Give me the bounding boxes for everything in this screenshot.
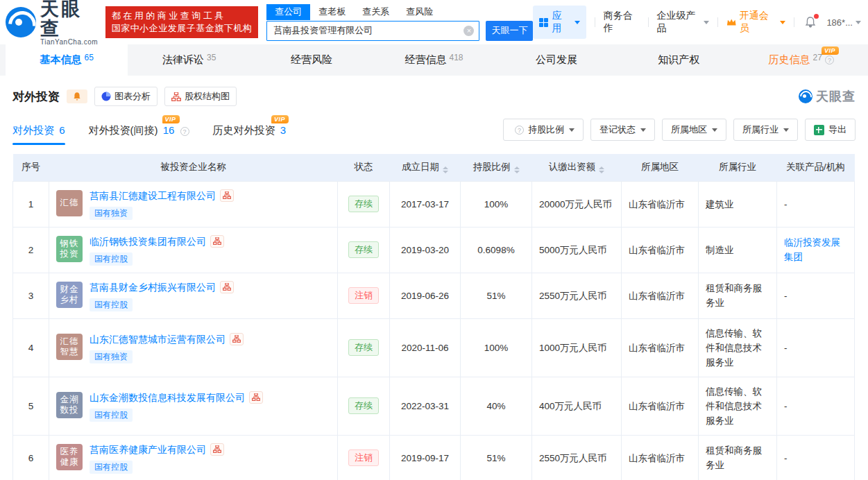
col-establish-date[interactable]: 成立日期	[390, 154, 461, 181]
enterprise-label: 企业级产品	[656, 10, 701, 35]
clear-search-icon[interactable]: ×	[463, 26, 474, 36]
tab-count: 65	[85, 53, 94, 62]
subscribed-capital: 5000万元人民币	[532, 227, 622, 273]
filters: ? 持股比例 登记状态 所属地区 所属行业 导出	[503, 119, 856, 145]
sort-icon[interactable]	[443, 166, 448, 173]
equity-structure-icon[interactable]	[210, 443, 224, 456]
related-product-link[interactable]: 临沂投资发展集团	[784, 237, 840, 262]
monitor-bell-button[interactable]	[67, 89, 87, 103]
related-products: -	[777, 273, 855, 318]
subtab-historical-investment[interactable]: VIP 历史对外投资 3	[213, 124, 287, 145]
top-menu: 应用 商务合作 企业级产品 开通会员 186*...	[533, 6, 861, 39]
equity-structure-icon[interactable]	[230, 333, 244, 345]
equity-structure-icon[interactable]	[220, 281, 234, 293]
tab-operation-risk[interactable]: 经营风险	[250, 44, 373, 76]
open-membership-button[interactable]: 开通会员	[726, 10, 785, 35]
chevron-down-icon	[856, 21, 861, 24]
filter-registration-status[interactable]: 登记状态	[590, 119, 655, 141]
notification-bell-icon[interactable]	[804, 16, 817, 28]
tab-label: 基本信息	[40, 53, 82, 67]
col-index: 序号	[13, 154, 49, 181]
help-icon[interactable]: ?	[180, 127, 189, 136]
filter-label: 所属地区	[671, 123, 707, 136]
tianyancha-watermark: 天眼查	[799, 88, 856, 105]
related-products: -	[777, 377, 855, 435]
apps-menu[interactable]: 应用	[533, 6, 586, 39]
subscribed-capital: 1000万元人民币	[532, 318, 622, 377]
status-badge: 存续	[348, 397, 379, 414]
table-row: 3 财金 乡村 莒南县财金乡村振兴有限公司 国有控股 注销 2019-06-26…	[13, 273, 855, 318]
subtab-outbound-investment[interactable]: 对外投资 6	[12, 124, 65, 145]
notification-dot	[814, 14, 819, 19]
filter-shareholding-ratio[interactable]: ? 持股比例	[503, 119, 584, 141]
tianyancha-logo-icon	[799, 89, 812, 103]
tab-label: 知识产权	[658, 53, 699, 67]
search-tab-relation[interactable]: 查关系	[354, 4, 398, 20]
company-link[interactable]: 莒南县汇德建设工程有限公司	[90, 189, 216, 203]
col-subscribed-capital[interactable]: 认缴出资额	[532, 154, 622, 181]
search-input[interactable]	[266, 21, 479, 41]
ownership-tag: 国有控股	[90, 409, 133, 422]
table-header-row: 序号 被投资企业名称 状态 成立日期 持股比例 认缴出资额 所属地区 所属行业 …	[13, 154, 855, 181]
company-link[interactable]: 山东金潮数投信息科技发展有限公司	[90, 391, 245, 404]
tab-intellectual-property[interactable]: 知识产权	[618, 44, 740, 76]
tab-company-development[interactable]: 公司发展	[495, 44, 618, 76]
establish-date: 2022-03-31	[390, 377, 461, 435]
search-tab-risk[interactable]: 查风险	[398, 4, 441, 20]
search-button[interactable]: 天眼一下	[486, 21, 533, 41]
row-index: 3	[13, 273, 49, 318]
search-tab-boss[interactable]: 查老板	[310, 4, 354, 20]
ownership-tag: 国有独资	[90, 207, 133, 220]
chart-analysis-button[interactable]: 图表分析	[94, 87, 158, 106]
help-icon[interactable]: ?	[825, 55, 834, 65]
sort-icon[interactable]	[514, 166, 520, 173]
tab-business-info[interactable]: 经营信息 418	[373, 44, 495, 76]
region: 山东省临沂市	[622, 181, 699, 227]
col-shareholding-ratio[interactable]: 持股比例	[461, 154, 532, 181]
filter-label: 所属行业	[742, 123, 778, 136]
company-link[interactable]: 山东汇德智慧城市运营有限公司	[90, 332, 225, 346]
tab-label: 公司发展	[536, 53, 577, 67]
subtab-label: 对外投资(间接)	[89, 124, 158, 136]
tab-basic-info[interactable]: 基本信息 65	[6, 44, 128, 76]
sort-icon[interactable]	[599, 166, 604, 173]
equity-structure-icon[interactable]	[220, 189, 234, 202]
industry: 租赁和商务服务业	[699, 435, 777, 480]
col-related-products: 关联产品/机构	[777, 154, 855, 181]
divider	[648, 17, 649, 27]
region: 山东省临沂市	[622, 435, 699, 480]
menu-cooperation[interactable]: 商务合作	[604, 10, 640, 35]
col-region: 所属地区	[622, 154, 699, 181]
company-link[interactable]: 莒南县财金乡村振兴有限公司	[90, 280, 216, 294]
subtab-count: 3	[280, 124, 286, 136]
menu-enterprise[interactable]: 企业级产品	[656, 10, 709, 35]
related-products: -	[777, 181, 855, 227]
equity-structure-icon[interactable]	[210, 235, 224, 248]
table-row: 5 金潮 数投 山东金潮数投信息科技发展有限公司 国有控股 存续 2022-03…	[13, 377, 855, 435]
filter-region[interactable]: 所属地区	[662, 119, 726, 141]
equity-structure-button[interactable]: 股权结构图	[164, 87, 237, 106]
tab-history-info[interactable]: VIP 历史信息 27 ?	[740, 44, 862, 76]
shareholding-ratio: 100%	[461, 181, 532, 227]
promo-banner: 都在用的商业查询工具 国家中小企业发展子基金旗下机构	[105, 6, 259, 38]
equity-structure-icon[interactable]	[249, 391, 263, 404]
tab-count: 35	[207, 53, 216, 62]
tab-legal-proceedings[interactable]: 法律诉讼 35	[128, 44, 250, 76]
chevron-down-icon	[704, 21, 709, 24]
subtab-indirect-investment[interactable]: VIP 对外投资(间接) 16 ?	[89, 124, 189, 145]
account-menu[interactable]: 186*...	[826, 17, 861, 28]
export-button[interactable]: 导出	[805, 119, 856, 141]
vip-badge: VIP	[162, 115, 180, 123]
establish-date: 2019-09-17	[390, 435, 461, 480]
establish-date: 2019-06-26	[390, 273, 461, 318]
filter-industry[interactable]: 所属行业	[733, 119, 798, 141]
company-avatar: 汇德	[56, 190, 83, 216]
tianyancha-logo[interactable]: 天眼查 TianYanCha.com	[6, 0, 99, 46]
col-company-name: 被投资企业名称	[49, 154, 338, 181]
table-row: 2 钢铁 投资 临沂钢铁投资集团有限公司 国有控股 存续 2019-03-20 …	[13, 227, 855, 273]
company-link[interactable]: 临沂钢铁投资集团有限公司	[90, 234, 206, 248]
chart-analysis-label: 图表分析	[114, 90, 151, 103]
search-tab-company[interactable]: 查公司	[266, 4, 310, 20]
company-link[interactable]: 莒南医养健康产业有限公司	[90, 443, 206, 456]
search-tabs: 查公司 查老板 查关系 查风险	[266, 4, 533, 20]
